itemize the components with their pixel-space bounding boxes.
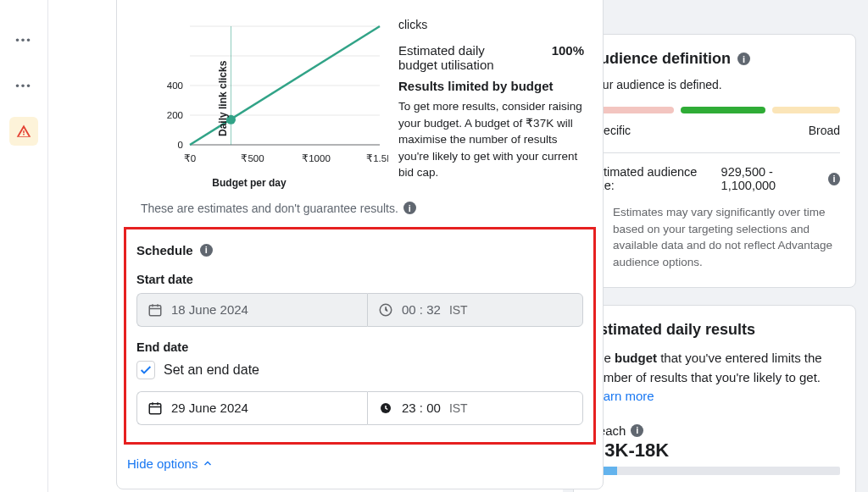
end-date-value: 29 June 2024 [171, 401, 248, 415]
info-icon[interactable]: i [403, 202, 416, 214]
info-icon[interactable]: i [737, 53, 750, 65]
start-date-field[interactable]: 18 June 2024 [136, 293, 367, 327]
budget-chart: Daily link clicks 200 400 0 ₹0 [117, 18, 387, 193]
set-end-date-row[interactable]: Set an end date [136, 361, 583, 379]
chart-svg: 200 400 0 ₹0 ₹500 ₹1000 ₹1.5K [134, 18, 388, 175]
xtick-500: ₹500 [241, 153, 264, 163]
xtick-1000: ₹1000 [302, 153, 331, 163]
right-column: Audience definition i Your audience is d… [563, 0, 868, 492]
start-time-value: 00 : 32 [402, 302, 441, 317]
audience-title: Audience definition [589, 50, 731, 68]
calendar-icon [147, 302, 163, 318]
end-date-label: End date [136, 340, 583, 354]
estimates-box: clicks Estimated daily budget utilisatio… [387, 18, 603, 193]
reach-value: 6.3K-18K [589, 439, 840, 462]
start-time-tz: IST [449, 303, 468, 317]
end-datetime-row: 29 June 2024 23 : 00 IST [136, 391, 583, 425]
start-date-value: 18 June 2024 [171, 302, 248, 317]
end-date-field[interactable]: 29 June 2024 [136, 391, 367, 425]
info-icon[interactable]: i [828, 173, 840, 185]
left-rail [0, 0, 48, 492]
end-time-tz: IST [449, 401, 468, 415]
hide-options-button[interactable]: Hide options [117, 445, 213, 471]
ytick-400: 400 [167, 80, 183, 91]
chevron-up-icon [203, 458, 213, 468]
audience-status: Your audience is defined. [589, 78, 840, 91]
start-time-field[interactable]: 00 : 32 IST [367, 293, 583, 327]
svg-rect-6 [149, 306, 161, 316]
reach-bar [589, 467, 840, 475]
estimates-footnote: These are estimates and don't guarantee … [141, 202, 398, 215]
budget-util-value: 100% [552, 43, 584, 72]
svg-rect-8 [149, 404, 161, 414]
end-time-value: 23 : 00 [402, 401, 441, 415]
edr-body-bold: budget [615, 351, 657, 365]
xtick-1500: ₹1.5K [366, 153, 388, 163]
edr-title: Estimated daily results [589, 321, 840, 339]
estimated-daily-results-card: Estimated daily results The budget that … [573, 305, 856, 492]
spectrum-defined-segment [681, 107, 765, 113]
schedule-section: Schedule i Start date 18 June 2024 00 : … [124, 227, 596, 445]
clicks-label: clicks [398, 18, 427, 31]
start-datetime-row: 18 June 2024 00 : 32 IST [136, 293, 583, 327]
warning-triangle-icon [16, 124, 31, 139]
ytick-0: 0 [178, 140, 183, 150]
end-time-field[interactable]: 23 : 00 IST [367, 391, 583, 425]
results-limited-title: Results limited by budget [398, 79, 584, 93]
chart-x-label: Budget per day [134, 177, 381, 189]
estimates-footnote-row: These are estimates and don't guarantee … [117, 193, 603, 227]
info-icon[interactable]: i [631, 424, 643, 437]
spectrum-broad-segment [772, 107, 840, 113]
audience-size-label: Estimated audience size: [589, 165, 716, 192]
clock-icon [378, 401, 393, 416]
edr-body: The budget that you've entered limits th… [589, 349, 840, 406]
checkbox-set-end-date[interactable] [136, 361, 155, 379]
chart-y-label: Daily link clicks [217, 61, 229, 136]
rail-more-icon-2[interactable] [9, 71, 38, 100]
check-icon [139, 363, 153, 377]
start-date-label: Start date [136, 273, 583, 286]
calendar-icon [147, 401, 163, 416]
ytick-200: 200 [167, 110, 183, 120]
rail-more-icon-1[interactable] [9, 25, 38, 54]
budget-util-label: Estimated daily budget utilisation [398, 43, 509, 72]
audience-spectrum [589, 107, 840, 113]
audience-note: Estimates may vary significantly over ti… [613, 204, 840, 270]
results-limited-body: To get more results, consider raising yo… [398, 98, 584, 181]
spectrum-label-broad: Broad [809, 124, 840, 137]
audience-size-value: 929,500 - 1,100,000 [721, 165, 823, 192]
schedule-title: Schedule [136, 243, 193, 257]
audience-definition-card: Audience definition i Your audience is d… [573, 34, 856, 288]
clock-icon [378, 302, 393, 318]
main-card: Daily link clicks 200 400 0 ₹0 [116, 0, 604, 489]
rail-warning-item[interactable] [9, 117, 38, 146]
info-icon[interactable]: i [200, 244, 213, 257]
xtick-0: ₹0 [184, 153, 196, 163]
main-column: Edit Review Daily link clicks [48, 0, 563, 492]
hide-options-label: Hide options [127, 456, 198, 471]
set-end-date-label: Set an end date [164, 362, 259, 378]
